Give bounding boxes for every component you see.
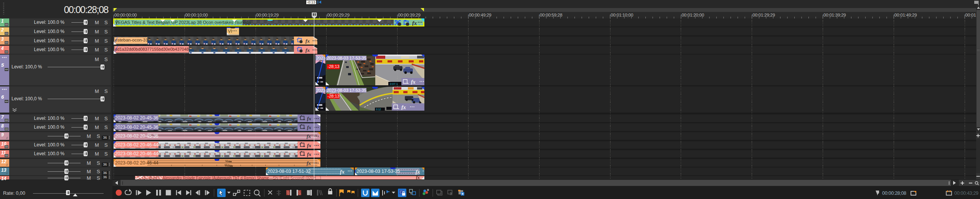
svg-text:fx: fx [307,116,311,121]
svg-text:fx: fx [307,133,311,139]
svg-text:fx: fx [307,151,311,157]
svg-text:fx: fx [307,160,311,166]
svg-text:fx: fx [340,169,345,174]
svg-text:fx: fx [307,143,311,148]
svg-text:···: ··· [410,104,415,109]
svg-text:fx: fx [305,38,310,44]
svg-text:fx: fx [401,104,406,110]
svg-text:fx: fx [412,20,417,26]
svg-text:···: ··· [419,79,424,84]
svg-text:0:07.1: 0:07.1 [390,82,398,85]
svg-text:0:12: 0:12 [376,108,381,110]
svg-text:···: ··· [348,168,352,174]
svg-text:fx: fx [305,47,310,53]
svg-text:fx: fx [307,124,311,130]
svg-text:fx: fx [416,169,420,174]
svg-text:fx: fx [411,79,416,85]
